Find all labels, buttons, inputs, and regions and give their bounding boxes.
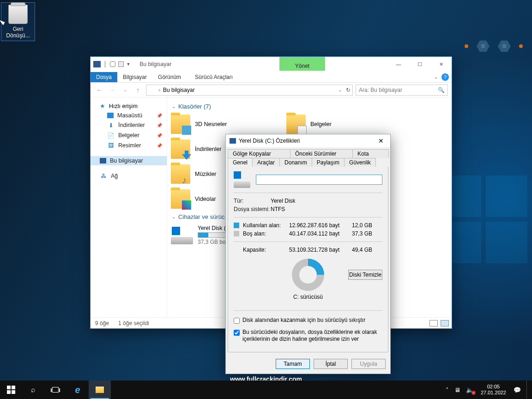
picture-icon: 🖼	[107, 142, 115, 149]
free-color-icon	[234, 231, 239, 236]
ie-button[interactable]: e	[66, 381, 89, 399]
drive-icon	[230, 138, 236, 144]
address-dropdown-icon[interactable]: ⌄	[339, 88, 342, 92]
tab-previous-versions[interactable]: Önceki Sürümler	[290, 149, 353, 158]
tray-time: 02:05	[481, 384, 506, 390]
details-view-button[interactable]	[429, 320, 438, 326]
drive-icon	[234, 171, 250, 188]
recycle-bin-desktop-icon[interactable]: GeriDönüşü...	[1, 2, 35, 41]
start-button[interactable]	[0, 381, 22, 399]
tray-chevron-up-icon[interactable]: ˄	[446, 387, 449, 393]
search-input[interactable]: Ara: Bu bilgisayar 🔍	[356, 85, 448, 96]
folder-documents[interactable]: Belgeler	[283, 112, 398, 137]
volume-label-input[interactable]	[256, 175, 382, 185]
tab-sharing[interactable]: Paylaşım	[312, 158, 345, 167]
capacity-bytes: 53.109.321.728 bayt	[289, 247, 349, 253]
network-icon: 🖧	[100, 172, 107, 180]
sidebar-documents[interactable]: 📄 Belgeler 📌	[91, 130, 167, 140]
sidebar-network[interactable]: 🖧 Ağ	[91, 171, 167, 181]
sidebar-desktop[interactable]: Masaüstü 📌	[91, 111, 167, 120]
close-button[interactable]: ✕	[430, 57, 452, 71]
tab-tools[interactable]: Araçlar	[252, 158, 280, 167]
tab-hardware[interactable]: Donanım	[279, 158, 312, 167]
disk-properties-dialog: Yerel Disk (C:) Özellikleri ✕ Gölge Kopy…	[225, 134, 391, 374]
svg-rect-3	[486, 222, 527, 263]
action-center-icon[interactable]: 💬	[514, 387, 521, 393]
ok-button[interactable]: Tamam	[276, 359, 310, 369]
close-button[interactable]: ✕	[375, 137, 387, 145]
properties-body: Tür:Yerel Disk Dosya sistemi:NTFS Kullan…	[228, 167, 388, 352]
this-pc-icon	[100, 158, 106, 163]
status-selected: 1 öğe seçildi	[118, 320, 149, 326]
compress-checkbox[interactable]	[234, 318, 240, 324]
explorer-titlebar[interactable]: │ ▼ Bu bilgisayar — ☐ ✕	[91, 57, 452, 72]
ie-icon: e	[75, 385, 80, 395]
document-icon: 📄	[107, 132, 115, 139]
sidebar-pictures[interactable]: 🖼 Resimler 📌	[91, 140, 167, 151]
address-bar-row: ← → ⌄ ↑ › Bu bilgisayar ⌄ ↻ Ara: Bu bilg…	[91, 83, 452, 97]
tab-quota[interactable]: Kota	[352, 149, 389, 158]
history-dropdown[interactable]: ⌄	[120, 87, 130, 92]
window-title: Bu bilgisayar	[133, 61, 388, 67]
properties-titlebar[interactable]: Yerel Disk (C:) Özellikleri ✕	[226, 134, 390, 147]
tray-network-icon[interactable]: 🖥	[454, 387, 460, 393]
refresh-icon[interactable]: ↻	[346, 87, 351, 93]
tab-view[interactable]: Görünüm	[152, 72, 187, 82]
sidebar-quick-access[interactable]: ★ Hızlı erişim	[91, 101, 167, 111]
back-button[interactable]: ←	[94, 86, 104, 94]
apply-button[interactable]: Uygula	[351, 359, 386, 369]
tab-drive-tools[interactable]: Sürücü Araçları	[189, 72, 238, 82]
qat-dropdown-icon[interactable]: ▼	[127, 62, 131, 66]
usage-pie-chart	[292, 259, 324, 291]
qat-button[interactable]	[118, 61, 124, 67]
group-folders-header[interactable]: ⌄ Klasörler (7)	[167, 101, 452, 112]
disk-cleanup-button[interactable]: Diski Temizle	[348, 270, 382, 280]
drive-letter-label: C: sürücüsü	[293, 294, 323, 300]
sidebar-downloads[interactable]: ⬇ İndirilenler 📌	[91, 120, 167, 130]
capacity-label: Kapasite:	[243, 247, 289, 253]
minimize-button[interactable]: —	[388, 57, 409, 71]
tab-computer[interactable]: Bilgisayar	[117, 72, 152, 82]
large-icons-view-button[interactable]	[441, 320, 449, 326]
compress-label: Disk alanından kazanmak için bu sürücüyü…	[242, 317, 382, 324]
fs-value: NTFS	[271, 206, 285, 212]
maximize-button[interactable]: ☐	[409, 57, 430, 71]
up-button[interactable]: ↑	[133, 86, 143, 94]
search-button[interactable]: ⌕	[22, 381, 44, 399]
explorer-sidebar: ★ Hızlı erişim Masaüstü 📌 ⬇ İndirilenler…	[91, 97, 167, 317]
properties-footer: Tamam İptal Uygula	[226, 354, 390, 374]
index-checkbox[interactable]	[234, 330, 240, 336]
fs-label: Dosya sistemi:	[234, 206, 271, 212]
drive-tools-context-header: Yönet	[279, 57, 325, 71]
windows-logo-wallpaper	[440, 175, 532, 268]
used-label: Kullanılan alan:	[243, 222, 289, 229]
tab-security[interactable]: Güvenlik	[344, 158, 376, 167]
address-bar[interactable]: › Bu bilgisayar ⌄ ↻	[146, 85, 353, 96]
explorer-taskbar-button[interactable]	[89, 381, 111, 399]
breadcrumb-this-pc[interactable]: Bu bilgisayar	[163, 87, 195, 93]
qat-checkbox[interactable]	[110, 61, 115, 67]
folder-icon	[171, 189, 190, 209]
document-icon	[297, 126, 307, 135]
free-gb: 37,3 GB	[349, 230, 372, 237]
ribbon-collapse-icon[interactable]: ⌄	[434, 74, 438, 79]
tab-general[interactable]: Genel	[228, 158, 253, 167]
task-view-button[interactable]	[44, 381, 66, 399]
tray-volume-icon[interactable]: 🔈	[466, 387, 473, 393]
folder-icon: ♪	[171, 164, 190, 184]
index-label: Bu sürücüdeki dosyaların, dosya özellikl…	[242, 329, 382, 343]
tray-clock[interactable]: 02:05 27.01.2022	[479, 384, 508, 396]
tab-file[interactable]: Dosya	[91, 72, 117, 82]
system-tray: ˄ 🖥 🔈 02:05 27.01.2022 💬	[446, 381, 532, 399]
help-icon[interactable]: ?	[441, 73, 449, 81]
sidebar-this-pc[interactable]: Bu bilgisayar	[91, 156, 167, 165]
tab-shadow-copies[interactable]: Gölge Kopyalar	[228, 149, 290, 158]
folder-3d-objects[interactable]: 3D Nesneler	[167, 112, 283, 137]
search-icon[interactable]: 🔍	[438, 87, 445, 93]
forward-button[interactable]: →	[107, 86, 117, 94]
capacity-gb: 49,4 GB	[349, 247, 372, 253]
show-desktop-button[interactable]	[526, 381, 529, 399]
chevron-down-icon: ⌄	[172, 214, 175, 219]
status-item-count: 9 öğe	[95, 320, 109, 326]
cancel-button[interactable]: İptal	[314, 359, 348, 369]
